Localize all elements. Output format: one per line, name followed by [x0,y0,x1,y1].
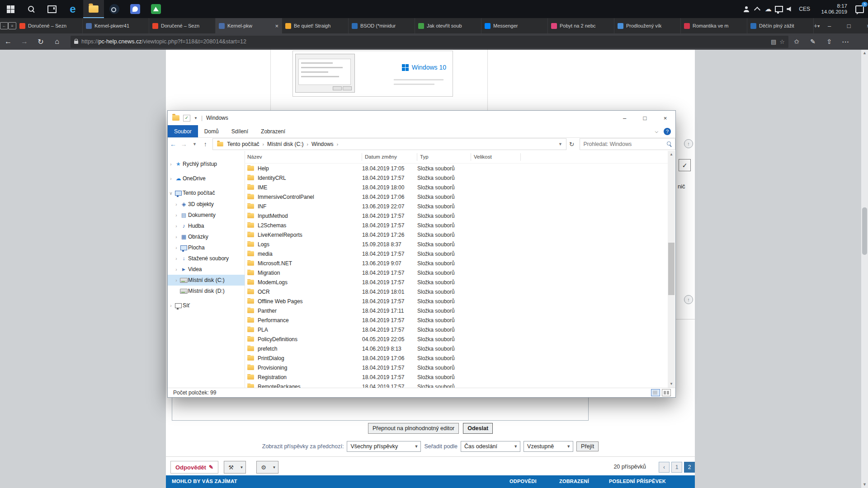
file-row[interactable]: Performance 18.04.2019 17:57 Složka soub… [245,315,668,325]
file-row[interactable]: Microsoft.NET 13.06.2019 9:07 Složka sou… [245,258,668,268]
browser-tab[interactable]: BSOD (*minidur × [349,18,415,33]
breadcrumb-segment[interactable]: Windows [309,141,336,147]
reply-button[interactable]: Odpovědět✎ [170,461,218,474]
browser-tab[interactable]: Doručené – Sezn × [149,18,216,33]
url-field[interactable]: https://pc-help.cnews.cz/viewtopic.php?f… [71,36,788,48]
topic-tools-button[interactable]: ⚒ [224,461,238,474]
file-row[interactable]: Migration 18.04.2019 17:57 Složka soubor… [245,268,668,277]
window-close-button[interactable]: × [859,18,868,33]
browser-tab[interactable]: Doručené – Sezn × [16,18,83,33]
file-row[interactable]: media 18.04.2019 17:57 Složka souborů [245,249,668,258]
breadcrumb-segment[interactable]: Tento počítač [225,141,261,147]
people-button[interactable] [741,0,752,18]
scroll-up-icon[interactable]: ▲ [668,151,675,158]
browser-tab[interactable]: Kernel-pkw × [216,18,282,33]
sidebar-item-local-disk-c[interactable]: ›Místní disk (C:) [168,275,245,286]
explorer-maximize-button[interactable]: □ [635,111,655,125]
sidebar-item-pictures[interactable]: ›▦Obrázky [168,231,245,242]
file-row[interactable]: PolicyDefinitions 04.05.2019 22:05 Složk… [245,334,668,344]
sidebar-item-3d-objects[interactable]: ›◈3D objekty [168,199,245,210]
breadcrumb-chevron[interactable]: › [262,142,265,147]
file-row[interactable]: ModemLogs 18.04.2019 17:57 Složka soubor… [245,277,668,287]
browser-tab[interactable]: Děčín plný zážit × [747,18,814,33]
topic-settings-dropdown[interactable]: ▼ [270,461,278,474]
file-row[interactable]: RemotePackages 18.04.2019 17:57 Složka s… [245,382,668,388]
column-header[interactable]: Název [245,153,362,161]
icons-view-toggle[interactable] [662,389,671,396]
ribbon-tab[interactable]: Sdílení [225,125,255,137]
qat-properties-icon[interactable]: ✓ [183,115,190,122]
scroll-up-icon[interactable]: ▲ [861,50,868,56]
column-header[interactable]: Datum změny [362,153,417,161]
back-to-top-button[interactable]: ↑ [684,139,693,148]
browser-tab[interactable]: Jak otevřít soub × [415,18,481,33]
ribbon-tab[interactable]: Soubor [168,125,198,137]
display-select[interactable]: Všechny příspěvky▼ [347,441,421,452]
recent-locations-chevron[interactable]: ▼ [189,142,200,146]
browser-tab[interactable]: Kernel-pkwer41 × [83,18,149,33]
hub-favorites-icon[interactable]: ✩ [788,33,805,50]
page-button[interactable]: ‹ [659,462,670,473]
post-check-icon[interactable]: ✓ [679,159,691,171]
explorer-title-bar[interactable]: ✓ ▼ | Windows – □ × [168,111,675,125]
sidebar-item-onedrive[interactable]: ›☁OneDrive [168,173,245,184]
file-row[interactable]: Logs 15.09.2018 8:37 Složka souborů [245,239,668,249]
language-indicator[interactable]: CES [795,6,814,12]
post-attachment-image[interactable]: Windows 10 [292,51,453,97]
file-row[interactable]: LiveKernelReports 18.04.2019 17:26 Složk… [245,230,668,239]
window-maximize-button[interactable]: □ [839,18,859,33]
sidebar-item-network[interactable]: ›Síť [168,300,245,311]
sidebar-item-music[interactable]: ›♪Hudba [168,221,245,231]
scroll-down-icon[interactable]: ▼ [668,380,675,388]
new-tab-button[interactable]: + [814,18,817,33]
expander-icon[interactable]: ∨ [168,191,174,196]
ribbon-tab[interactable]: Domů [198,125,225,137]
file-row[interactable]: OCR 18.04.2019 18:01 Složka souborů [245,287,668,296]
column-header[interactable]: Typ [417,153,471,161]
expander-icon[interactable]: › [173,224,179,229]
explorer-back-button[interactable]: ← [168,141,179,148]
details-view-toggle[interactable] [651,389,660,396]
tray-overflow-button[interactable] [752,0,763,18]
file-row[interactable]: ImmersiveControlPanel 18.04.2019 17:06 S… [245,192,668,202]
more-options-icon[interactable]: ⋯ [837,33,854,50]
search-input[interactable] [583,141,657,148]
task-view-button[interactable] [42,0,62,18]
file-row[interactable]: INF 13.06.2019 22:07 Složka souborů [245,202,668,211]
share-icon[interactable]: ⇧ [821,33,837,50]
sidebar-item-quick-access[interactable]: ›★Rychlý přístup [168,159,245,169]
reading-view-icon[interactable]: ▤ [771,38,776,45]
file-row[interactable]: PLA 18.04.2019 17:57 Složka souborů [245,325,668,334]
file-row[interactable]: PrintDialog 18.04.2019 17:06 Složka soub… [245,353,668,363]
explorer-scrollbar-thumb[interactable] [668,243,675,295]
explorer-refresh-button[interactable]: ↻ [566,141,577,148]
page-button[interactable]: 2 [684,462,695,473]
taskbar-app-blue[interactable] [125,0,146,18]
expander-icon[interactable]: › [173,267,179,272]
expander-icon[interactable]: › [168,162,174,167]
file-row[interactable]: Registration 18.04.2019 17:57 Složka sou… [245,372,668,382]
breadcrumb-chevron[interactable]: › [336,142,339,147]
taskbar-search-button[interactable] [21,0,42,18]
back-button[interactable]: ← [0,33,16,50]
file-row[interactable]: Provisioning 18.04.2019 17:57 Složka sou… [245,363,668,372]
taskbar-app-steam[interactable] [104,0,125,18]
back-to-top-button[interactable]: ↑ [684,295,693,304]
window-minimize-button[interactable]: – [820,18,839,33]
sidebar-item-videos[interactable]: ›▶Videa [168,264,245,275]
volume-tray-button[interactable] [784,0,795,18]
expander-icon[interactable]: › [168,176,174,181]
expand-ribbon-chevron[interactable]: ⌵ [655,129,658,134]
breadcrumb-segment[interactable]: Místní disk (C:) [265,141,306,147]
action-center-button[interactable]: 5 [851,0,868,18]
browser-scrollbar[interactable]: ▲ ▼ [861,50,868,488]
topic-tools-dropdown[interactable]: ▼ [238,461,246,474]
ribbon-tab[interactable]: Zobrazení [255,125,292,137]
sidebar-item-this-pc[interactable]: ∨Tento počítač [168,188,245,198]
qat-customize-chevron[interactable]: ▼ [194,116,198,120]
annotate-pen-icon[interactable]: ✎ [805,33,821,50]
breadcrumb[interactable]: Tento počítač›Místní disk (C:)›Windows› … [212,138,566,150]
switch-editor-button[interactable]: Přepnout na plnohodnotný editor [368,423,459,434]
taskbar-app-green[interactable] [146,0,166,18]
browser-tab[interactable]: Romantika ve m × [681,18,747,33]
